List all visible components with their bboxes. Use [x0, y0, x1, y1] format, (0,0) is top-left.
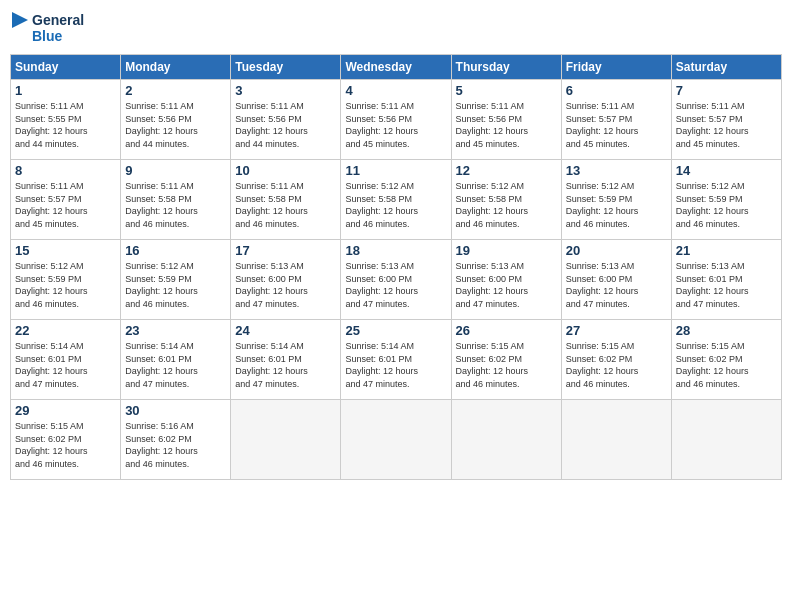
- calendar-cell: [671, 400, 781, 480]
- day-number: 5: [456, 83, 557, 98]
- weekday-header-tuesday: Tuesday: [231, 55, 341, 80]
- day-info: Sunrise: 5:13 AMSunset: 6:00 PMDaylight:…: [566, 260, 667, 310]
- day-number: 4: [345, 83, 446, 98]
- day-number: 8: [15, 163, 116, 178]
- day-info: Sunrise: 5:14 AMSunset: 6:01 PMDaylight:…: [15, 340, 116, 390]
- calendar-week-2: 8 Sunrise: 5:11 AMSunset: 5:57 PMDayligh…: [11, 160, 782, 240]
- day-info: Sunrise: 5:12 AMSunset: 5:59 PMDaylight:…: [125, 260, 226, 310]
- calendar-cell: [341, 400, 451, 480]
- day-info: Sunrise: 5:11 AMSunset: 5:58 PMDaylight:…: [125, 180, 226, 230]
- calendar-cell: 4 Sunrise: 5:11 AMSunset: 5:56 PMDayligh…: [341, 80, 451, 160]
- calendar-cell: 26 Sunrise: 5:15 AMSunset: 6:02 PMDaylig…: [451, 320, 561, 400]
- day-number: 11: [345, 163, 446, 178]
- day-number: 28: [676, 323, 777, 338]
- day-info: Sunrise: 5:13 AMSunset: 6:01 PMDaylight:…: [676, 260, 777, 310]
- day-info: Sunrise: 5:14 AMSunset: 6:01 PMDaylight:…: [125, 340, 226, 390]
- day-number: 18: [345, 243, 446, 258]
- weekday-header-row: SundayMondayTuesdayWednesdayThursdayFrid…: [11, 55, 782, 80]
- weekday-header-thursday: Thursday: [451, 55, 561, 80]
- logo-icon: [10, 10, 30, 46]
- day-info: Sunrise: 5:14 AMSunset: 6:01 PMDaylight:…: [235, 340, 336, 390]
- day-number: 22: [15, 323, 116, 338]
- day-number: 26: [456, 323, 557, 338]
- calendar-cell: 8 Sunrise: 5:11 AMSunset: 5:57 PMDayligh…: [11, 160, 121, 240]
- calendar-table: SundayMondayTuesdayWednesdayThursdayFrid…: [10, 54, 782, 480]
- calendar-week-5: 29 Sunrise: 5:15 AMSunset: 6:02 PMDaylig…: [11, 400, 782, 480]
- logo-general: General: [32, 12, 84, 28]
- page-header: General Blue: [10, 10, 782, 46]
- weekday-header-wednesday: Wednesday: [341, 55, 451, 80]
- day-number: 13: [566, 163, 667, 178]
- day-number: 9: [125, 163, 226, 178]
- calendar-cell: 29 Sunrise: 5:15 AMSunset: 6:02 PMDaylig…: [11, 400, 121, 480]
- calendar-cell: 18 Sunrise: 5:13 AMSunset: 6:00 PMDaylig…: [341, 240, 451, 320]
- day-info: Sunrise: 5:11 AMSunset: 5:56 PMDaylight:…: [456, 100, 557, 150]
- day-info: Sunrise: 5:15 AMSunset: 6:02 PMDaylight:…: [15, 420, 116, 470]
- day-number: 6: [566, 83, 667, 98]
- calendar-cell: 27 Sunrise: 5:15 AMSunset: 6:02 PMDaylig…: [561, 320, 671, 400]
- calendar-cell: 12 Sunrise: 5:12 AMSunset: 5:58 PMDaylig…: [451, 160, 561, 240]
- calendar-cell: 9 Sunrise: 5:11 AMSunset: 5:58 PMDayligh…: [121, 160, 231, 240]
- day-info: Sunrise: 5:11 AMSunset: 5:55 PMDaylight:…: [15, 100, 116, 150]
- day-number: 19: [456, 243, 557, 258]
- calendar-cell: 3 Sunrise: 5:11 AMSunset: 5:56 PMDayligh…: [231, 80, 341, 160]
- day-number: 10: [235, 163, 336, 178]
- day-info: Sunrise: 5:12 AMSunset: 5:59 PMDaylight:…: [566, 180, 667, 230]
- day-info: Sunrise: 5:13 AMSunset: 6:00 PMDaylight:…: [456, 260, 557, 310]
- calendar-cell: 17 Sunrise: 5:13 AMSunset: 6:00 PMDaylig…: [231, 240, 341, 320]
- day-number: 21: [676, 243, 777, 258]
- calendar-week-1: 1 Sunrise: 5:11 AMSunset: 5:55 PMDayligh…: [11, 80, 782, 160]
- calendar-cell: 6 Sunrise: 5:11 AMSunset: 5:57 PMDayligh…: [561, 80, 671, 160]
- day-number: 1: [15, 83, 116, 98]
- day-number: 2: [125, 83, 226, 98]
- day-info: Sunrise: 5:12 AMSunset: 5:59 PMDaylight:…: [676, 180, 777, 230]
- day-number: 15: [15, 243, 116, 258]
- calendar-cell: 30 Sunrise: 5:16 AMSunset: 6:02 PMDaylig…: [121, 400, 231, 480]
- svg-marker-0: [12, 12, 28, 28]
- day-info: Sunrise: 5:16 AMSunset: 6:02 PMDaylight:…: [125, 420, 226, 470]
- day-info: Sunrise: 5:13 AMSunset: 6:00 PMDaylight:…: [235, 260, 336, 310]
- day-number: 16: [125, 243, 226, 258]
- day-info: Sunrise: 5:11 AMSunset: 5:56 PMDaylight:…: [125, 100, 226, 150]
- calendar-cell: 20 Sunrise: 5:13 AMSunset: 6:00 PMDaylig…: [561, 240, 671, 320]
- calendar-cell: 10 Sunrise: 5:11 AMSunset: 5:58 PMDaylig…: [231, 160, 341, 240]
- day-info: Sunrise: 5:12 AMSunset: 5:58 PMDaylight:…: [345, 180, 446, 230]
- day-number: 23: [125, 323, 226, 338]
- day-info: Sunrise: 5:15 AMSunset: 6:02 PMDaylight:…: [566, 340, 667, 390]
- weekday-header-saturday: Saturday: [671, 55, 781, 80]
- day-number: 17: [235, 243, 336, 258]
- day-number: 25: [345, 323, 446, 338]
- day-number: 3: [235, 83, 336, 98]
- weekday-header-friday: Friday: [561, 55, 671, 80]
- calendar-week-3: 15 Sunrise: 5:12 AMSunset: 5:59 PMDaylig…: [11, 240, 782, 320]
- day-number: 14: [676, 163, 777, 178]
- day-number: 12: [456, 163, 557, 178]
- weekday-header-monday: Monday: [121, 55, 231, 80]
- calendar-cell: 11 Sunrise: 5:12 AMSunset: 5:58 PMDaylig…: [341, 160, 451, 240]
- day-info: Sunrise: 5:12 AMSunset: 5:58 PMDaylight:…: [456, 180, 557, 230]
- day-info: Sunrise: 5:15 AMSunset: 6:02 PMDaylight:…: [456, 340, 557, 390]
- day-info: Sunrise: 5:13 AMSunset: 6:00 PMDaylight:…: [345, 260, 446, 310]
- day-info: Sunrise: 5:11 AMSunset: 5:58 PMDaylight:…: [235, 180, 336, 230]
- calendar-cell: 5 Sunrise: 5:11 AMSunset: 5:56 PMDayligh…: [451, 80, 561, 160]
- day-number: 7: [676, 83, 777, 98]
- calendar-cell: 15 Sunrise: 5:12 AMSunset: 5:59 PMDaylig…: [11, 240, 121, 320]
- calendar-cell: 16 Sunrise: 5:12 AMSunset: 5:59 PMDaylig…: [121, 240, 231, 320]
- weekday-header-sunday: Sunday: [11, 55, 121, 80]
- day-number: 20: [566, 243, 667, 258]
- logo-container: General Blue: [10, 10, 84, 46]
- calendar-cell: 2 Sunrise: 5:11 AMSunset: 5:56 PMDayligh…: [121, 80, 231, 160]
- calendar-cell: [451, 400, 561, 480]
- day-info: Sunrise: 5:11 AMSunset: 5:57 PMDaylight:…: [566, 100, 667, 150]
- logo: General Blue: [10, 10, 84, 46]
- day-info: Sunrise: 5:14 AMSunset: 6:01 PMDaylight:…: [345, 340, 446, 390]
- calendar-cell: 23 Sunrise: 5:14 AMSunset: 6:01 PMDaylig…: [121, 320, 231, 400]
- logo-blue: Blue: [32, 28, 84, 44]
- day-number: 30: [125, 403, 226, 418]
- calendar-cell: 7 Sunrise: 5:11 AMSunset: 5:57 PMDayligh…: [671, 80, 781, 160]
- calendar-cell: 25 Sunrise: 5:14 AMSunset: 6:01 PMDaylig…: [341, 320, 451, 400]
- calendar-cell: 21 Sunrise: 5:13 AMSunset: 6:01 PMDaylig…: [671, 240, 781, 320]
- calendar-cell: 24 Sunrise: 5:14 AMSunset: 6:01 PMDaylig…: [231, 320, 341, 400]
- calendar-cell: 19 Sunrise: 5:13 AMSunset: 6:00 PMDaylig…: [451, 240, 561, 320]
- calendar-cell: 1 Sunrise: 5:11 AMSunset: 5:55 PMDayligh…: [11, 80, 121, 160]
